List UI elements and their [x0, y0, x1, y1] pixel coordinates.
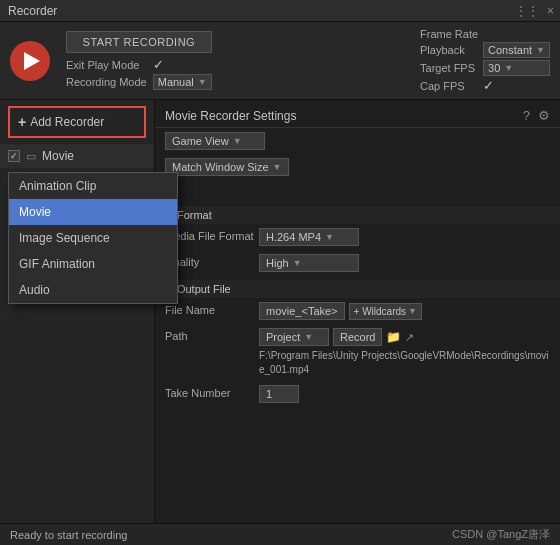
recorder-item-label: Movie [42, 149, 74, 163]
recorder-film-icon: ▭ [26, 150, 36, 163]
menu-icon[interactable]: ⋮⋮ [515, 4, 539, 18]
left-panel: + Add Recorder ✓ ▭ Movie [0, 100, 155, 523]
dropdown-item-audio[interactable]: Audio [9, 277, 177, 303]
right-header-title: Movie Recorder Settings [165, 109, 296, 123]
recorder-item[interactable]: ✓ ▭ Movie [0, 144, 154, 168]
title-bar-icons: ⋮⋮ × [515, 4, 554, 18]
recorder-checkbox[interactable]: ✓ [8, 150, 20, 162]
close-icon[interactable]: × [547, 4, 554, 18]
checkbox-check-icon: ✓ [10, 151, 18, 161]
wildcards-arrow-icon: ▼ [408, 306, 417, 316]
file-name-row: File Name movie_<Take> + Wildcards ▼ [155, 298, 560, 324]
match-window-arrow-icon: ▼ [273, 162, 282, 172]
format-section-header: ▼ Format [155, 206, 560, 224]
exit-play-mode-value: ✓ [153, 57, 212, 72]
target-fps-select[interactable]: 30 ▼ [483, 60, 550, 76]
quality-value: High ▼ [259, 254, 550, 272]
add-recorder-button[interactable]: + Add Recorder [8, 106, 146, 138]
media-file-format-select[interactable]: H.264 MP4 ▼ [259, 228, 359, 246]
title-bar: Recorder ⋮⋮ × [0, 0, 560, 22]
take-number-input[interactable]: 1 [259, 385, 299, 403]
start-recording-button[interactable]: START RECORDING [66, 31, 212, 53]
target-fps-label: Target FPS [420, 62, 475, 74]
dropdown-item-animation-clip[interactable]: Animation Clip [9, 173, 177, 199]
path-dropdown-arrow-icon: ▼ [304, 332, 313, 342]
playback-arrow-icon: ▼ [536, 45, 545, 55]
csdn-watermark: CSDN @TangZ唐泽 [452, 527, 550, 542]
path-value: Project ▼ Record 📁 ↗ F:\Program Files\Un… [259, 328, 550, 377]
media-file-format-row: Media File Format H.264 MP4 ▼ [155, 224, 560, 250]
quality-arrow-icon: ▼ [293, 258, 302, 268]
media-file-format-label: Media File Format [165, 228, 255, 242]
right-panel: Movie Recorder Settings ? ⚙ Game View ▼ … [155, 100, 560, 523]
path-row: Path Project ▼ Record 📁 ↗ F:\Program Fil… [155, 324, 560, 381]
dropdown-item-gif-animation[interactable]: GIF Animation [9, 251, 177, 277]
path-label: Path [165, 328, 255, 342]
status-label: Ready to start recording [10, 529, 127, 541]
game-view-row: Game View ▼ [155, 128, 560, 154]
recording-mode-select[interactable]: Manual ▼ [153, 74, 212, 90]
play-button[interactable] [10, 41, 50, 81]
external-link-icon[interactable]: ↗ [405, 331, 414, 344]
content-area: + Add Recorder ✓ ▭ Movie Animation Clip … [0, 100, 560, 523]
path-dropdown-select[interactable]: Project ▼ [259, 328, 329, 346]
checkmark-row: ✓ [155, 180, 560, 202]
wildcards-button[interactable]: + Wildcards ▼ [349, 303, 422, 320]
output-file-section-header: ▼ Output File [155, 280, 560, 298]
quality-row: Quality High ▼ [155, 250, 560, 276]
plus-icon: + [18, 114, 26, 130]
right-header: Movie Recorder Settings ? ⚙ [155, 100, 560, 128]
quality-label: Quality [165, 254, 255, 268]
recording-mode-label: Recording Mode [66, 76, 147, 88]
quality-select[interactable]: High ▼ [259, 254, 359, 272]
playback-label: Playback [420, 44, 475, 56]
settings-icon[interactable]: ⚙ [538, 108, 550, 123]
main-container: START RECORDING Exit Play Mode ✓ Recordi… [0, 22, 560, 545]
options-grid: Exit Play Mode ✓ Recording Mode Manual ▼ [66, 57, 212, 90]
take-number-label: Take Number [165, 385, 255, 399]
frame-rate-label: Frame Rate [420, 28, 550, 40]
cap-fps-check: ✓ [483, 78, 550, 93]
status-bar: Ready to start recording CSDN @TangZ唐泽 [0, 523, 560, 545]
dropdown-item-movie[interactable]: Movie [9, 199, 177, 225]
help-icon[interactable]: ? [523, 108, 530, 123]
frame-rate-section: Frame Rate Playback Constant ▼ Target FP… [420, 28, 550, 93]
cap-fps-label: Cap FPS [420, 80, 475, 92]
game-view-arrow-icon: ▼ [233, 136, 242, 146]
recording-mode-arrow-icon: ▼ [198, 77, 207, 87]
file-path-text: F:\Program Files\Unity Projects\GoogleVR… [259, 349, 550, 377]
dropdown-menu: Animation Clip Movie Image Sequence GIF … [8, 172, 178, 304]
file-name-value: movie_<Take> + Wildcards ▼ [259, 302, 550, 320]
take-number-row: Take Number 1 [155, 381, 560, 407]
match-window-row: Match Window Size ▼ [155, 154, 560, 180]
media-file-format-value: H.264 MP4 ▼ [259, 228, 550, 246]
header-icons: ? ⚙ [523, 108, 550, 123]
file-name-label: File Name [165, 302, 255, 316]
take-number-value: 1 [259, 385, 550, 403]
recording-mode-value: Manual ▼ [153, 74, 212, 90]
path-controls-row: Project ▼ Record 📁 ↗ [259, 328, 414, 346]
game-view-select[interactable]: Game View ▼ [165, 132, 265, 150]
dropdown-item-image-sequence[interactable]: Image Sequence [9, 225, 177, 251]
file-name-input[interactable]: movie_<Take> [259, 302, 345, 320]
toolbar: START RECORDING Exit Play Mode ✓ Recordi… [0, 22, 560, 100]
exit-play-mode-label: Exit Play Mode [66, 59, 147, 71]
playback-select[interactable]: Constant ▼ [483, 42, 550, 58]
match-window-select[interactable]: Match Window Size ▼ [165, 158, 289, 176]
record-button[interactable]: Record [333, 328, 382, 346]
exit-play-mode-check: ✓ [153, 57, 164, 72]
media-format-arrow-icon: ▼ [325, 232, 334, 242]
title-bar-label: Recorder [8, 4, 57, 18]
play-triangle-icon [24, 52, 40, 70]
target-fps-arrow-icon: ▼ [504, 63, 513, 73]
folder-icon[interactable]: 📁 [386, 330, 401, 344]
